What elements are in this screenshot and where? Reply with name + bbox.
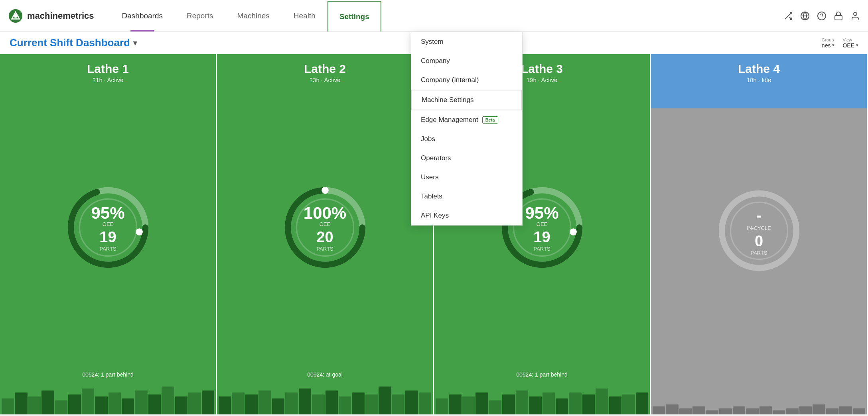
dropdown-item-edge-management[interactable]: Edge Management Beta [411,110,522,130]
dashboard-dropdown-arrow: ▾ [133,39,137,47]
bar [679,408,692,414]
bar [773,410,785,414]
bar [666,404,678,414]
bar [569,392,581,414]
bar [813,404,825,414]
dropdown-item-machine-settings[interactable]: Machine Settings [411,90,522,110]
bar [405,390,418,414]
bar [436,398,448,414]
dropdown-item-operators[interactable]: Operators [411,149,522,168]
logo-icon [8,8,23,24]
user-icon[interactable] [850,11,860,21]
bar [285,392,298,414]
nav-tab-dashboards[interactable]: Dashboards [110,0,175,31]
gauge-center-lathe4: - IN-CYCLE 0 PARTS [747,206,771,255]
view-select[interactable]: OEE ▾ [842,42,858,49]
header: machinemetrics Dashboards Reports Machin… [0,0,868,32]
nav-tab-machines[interactable]: Machines [225,0,282,31]
svg-point-1 [14,14,18,18]
machine-card-lathe2[interactable]: Lathe 2 23h · Active 100% OEE 20 PARTS [217,54,434,414]
nav-tab-health[interactable]: Health [282,0,327,31]
bar [622,394,635,414]
bar [68,394,81,414]
machine-card-lathe1[interactable]: Lathe 1 21h · Active 95% OEE 19 [0,54,217,414]
nav-tab-reports[interactable]: Reports [175,0,225,31]
dropdown-item-company[interactable]: Company [411,51,522,71]
bar [826,408,838,414]
nav-tab-settings[interactable]: Settings [327,1,381,31]
gauge-container-lathe2: 100% OEE 20 PARTS [217,86,433,368]
bar [339,396,351,414]
machine-footer-lathe4 [651,375,867,383]
bar [419,392,431,414]
svg-point-9 [854,12,857,16]
logo-area: machinemetrics [8,8,94,24]
gauge-lathe4: - IN-CYCLE 0 PARTS [715,187,803,275]
help-icon[interactable] [817,11,827,21]
gauge-center-lathe1: 95% OEE 19 PARTS [91,203,124,251]
bar [475,392,488,414]
bar [2,398,14,414]
gauge-container-lathe1: 95% OEE 19 PARTS [0,86,216,368]
bar [272,398,284,414]
globe-icon[interactable] [800,11,810,21]
machine-status-lathe4: 18h · Idle [659,77,859,83]
bar [582,394,595,414]
group-filter[interactable]: Group nes ▾ [822,37,835,49]
machine-name-lathe1: Lathe 1 [8,62,208,76]
dashboard-title[interactable]: Current Shift Dashboard ▾ [10,37,137,49]
bar [175,396,187,414]
dropdown-item-users[interactable]: Users [411,168,522,187]
group-label: Group [822,37,834,42]
bar [609,396,621,414]
shuffle-icon[interactable] [783,11,793,21]
machine-name-lathe4: Lathe 4 [659,62,859,76]
bar [352,392,364,414]
bar-chart-lathe2 [217,383,433,414]
bar [786,408,798,414]
logo-text: machinemetrics [27,11,94,21]
dropdown-item-api-keys[interactable]: API Keys [411,206,522,225]
bar [516,390,528,414]
bar [219,396,231,414]
bar [312,394,324,414]
bar [232,392,244,414]
bar [365,394,378,414]
subheader-right: Group nes ▾ View OEE ▾ [822,37,858,49]
bar-chart-lathe1 [0,383,216,414]
group-chevron: ▾ [832,43,834,48]
machine-footer-lathe3: 00624: 1 part behind [434,368,650,383]
header-icons [783,11,860,21]
bar [489,400,501,414]
dropdown-item-tablets[interactable]: Tablets [411,187,522,206]
dropdown-item-jobs[interactable]: Jobs [411,130,522,149]
gauge-center-lathe2: 100% OEE 20 PARTS [304,203,346,251]
view-filter[interactable]: View OEE ▾ [842,37,858,49]
dropdown-item-company-internal[interactable]: Company (Internal) [411,71,522,90]
bar [706,410,718,414]
machine-card-lathe4[interactable]: Lathe 4 18h · Idle - IN-CYCLE 0 PARTS [651,54,868,414]
bar [202,390,214,414]
bar [542,392,555,414]
machine-header-lathe2: Lathe 2 23h · Active [217,54,433,86]
lock-icon[interactable] [834,11,843,21]
bar [653,406,665,414]
machine-footer-lathe1: 00624: 1 part behind [0,368,216,383]
gauge-lathe1: 95% OEE 19 PARTS [64,184,152,271]
dropdown-item-system[interactable]: System [411,32,522,51]
bar [799,406,812,414]
bar [108,392,121,414]
machine-header-lathe1: Lathe 1 21h · Active [0,54,216,86]
settings-dropdown: System Company Company (Internal) Machin… [411,32,523,226]
bar [636,392,648,414]
machine-header-lathe4: Lathe 4 18h · Idle [651,54,867,86]
nav-tabs: Dashboards Reports Machines Health Setti… [110,0,783,31]
bar [245,394,258,414]
bar [733,406,745,414]
bar [258,390,271,414]
bar-chart-lathe4 [651,383,867,414]
view-chevron: ▾ [856,43,858,48]
group-select[interactable]: nes ▾ [822,42,835,49]
machine-footer-lathe2: 00624: at goal [217,368,433,383]
bar [148,394,161,414]
